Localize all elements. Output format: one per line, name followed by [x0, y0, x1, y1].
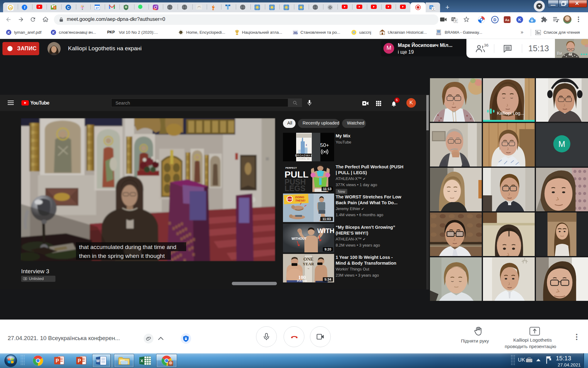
svg-text:11:03: 11:03: [322, 217, 331, 221]
svg-text:then in the spring when it tho: then in the spring when it thought: [79, 253, 165, 259]
svg-text:BRAMA: BRAMA: [436, 33, 441, 35]
svg-text:Aa: Aa: [505, 18, 510, 22]
svg-text:11:13: 11:13: [323, 187, 332, 191]
svg-text:K: K: [518, 17, 521, 22]
svg-text:LEGS: LEGS: [285, 184, 305, 192]
svg-text:Kalliopi Log...: Kalliopi Log...: [497, 111, 524, 116]
svg-text:ONE: ONE: [303, 257, 314, 262]
svg-text:DOING: DOING: [295, 196, 304, 199]
svg-text:ЗБ: ЗБ: [293, 31, 298, 35]
svg-text:YEAR: YEAR: [303, 262, 314, 266]
svg-text:POUNDS: POUNDS: [297, 280, 307, 282]
svg-text:文: 文: [432, 8, 435, 11]
svg-text:STOP: STOP: [287, 198, 292, 200]
svg-text:K: K: [8, 31, 10, 34]
svg-text:X: X: [141, 358, 143, 363]
svg-text:5:34: 5:34: [324, 278, 331, 281]
svg-text:9:20: 9:20: [324, 247, 331, 251]
svg-text:CHORAL SE: CHORAL SE: [298, 158, 310, 160]
svg-text:BROADWAY: BROADWAY: [295, 154, 313, 157]
svg-text:~: ~: [307, 267, 309, 270]
svg-text:WITHOUT: WITHOUT: [292, 237, 307, 240]
svg-text:C: C: [67, 6, 70, 10]
svg-text:that accumulated during that t: that accumulated during that time and: [79, 244, 176, 250]
svg-text:THESE!: THESE!: [295, 199, 305, 202]
svg-text:K: K: [52, 31, 55, 34]
svg-text:PERFECT: PERFECT: [285, 167, 297, 169]
svg-text:27: 27: [96, 6, 99, 10]
svg-text:M: M: [558, 140, 565, 149]
svg-text:UN: UN: [9, 7, 12, 10]
svg-text:100: 100: [298, 275, 306, 280]
svg-text:W: W: [96, 358, 100, 363]
svg-text:WITH: WITH: [317, 227, 334, 235]
svg-text:文: 文: [454, 19, 458, 23]
svg-text:P: P: [78, 358, 81, 363]
svg-text:2: 2: [54, 6, 55, 9]
svg-text:D: D: [493, 17, 496, 22]
svg-text:P: P: [56, 358, 59, 363]
svg-text:50+: 50+: [320, 142, 329, 148]
